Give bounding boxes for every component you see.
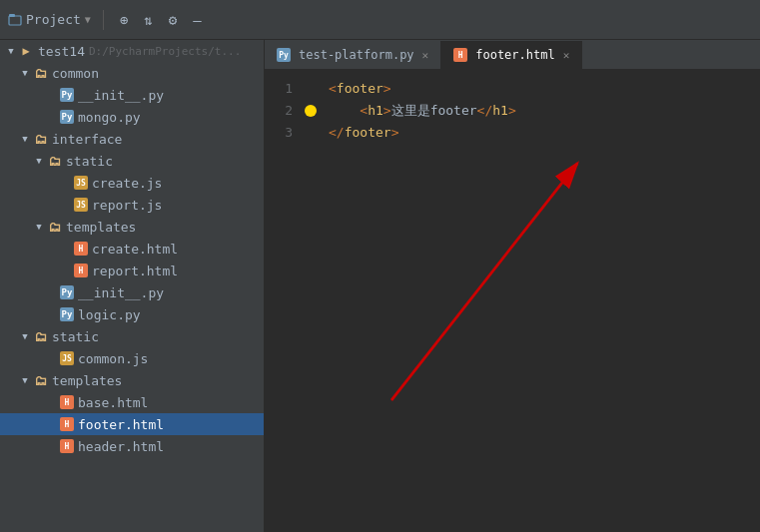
init-interface-py-icon: Py: [60, 285, 74, 299]
project-title: Project ▼: [8, 12, 91, 27]
static-root-label: static: [52, 329, 99, 344]
common-folder-icon: 🗂: [32, 65, 48, 81]
settings-button[interactable]: ⚙: [165, 10, 181, 30]
tag-text-2: 这里是footer: [391, 100, 477, 122]
tab-footer-html-close[interactable]: ✕: [563, 49, 570, 62]
create-js-label: create.js: [92, 176, 162, 191]
tab-test-platform[interactable]: Py test-platform.py ✕: [265, 41, 441, 69]
report-js-icon: JS: [74, 198, 88, 212]
breakpoint-dot[interactable]: [305, 105, 317, 117]
sidebar-item-report-html[interactable]: H report.html: [0, 260, 264, 281]
tag-close-bracket-3: >: [391, 122, 399, 144]
init-common-label: __init__.py: [78, 88, 164, 103]
tab-test-platform-icon: Py: [277, 48, 291, 62]
sidebar-item-interface[interactable]: 🗂 interface: [0, 128, 264, 150]
sidebar-item-common[interactable]: 🗂 common: [0, 62, 264, 84]
sidebar-item-logic[interactable]: Py logic.py: [0, 303, 264, 325]
sidebar-item-templates-root[interactable]: 🗂 templates: [0, 369, 264, 391]
templates-root-folder-icon: 🗂: [32, 372, 48, 388]
tab-test-platform-label: test-platform.py: [299, 48, 414, 62]
sidebar-item-init-interface[interactable]: Py __init__.py: [0, 281, 264, 303]
tab-bar: Py test-platform.py ✕ H footer.html ✕: [265, 40, 760, 70]
sidebar-item-footer-html[interactable]: H footer.html: [0, 413, 264, 435]
common-js-label: common.js: [78, 351, 148, 366]
root-label: test14: [38, 44, 85, 59]
header-html-icon: H: [60, 439, 74, 453]
tab-footer-html-label: footer.html: [475, 48, 554, 62]
logic-label: logic.py: [78, 307, 141, 322]
line-num-2: 2: [265, 100, 293, 122]
tag-open-bracket-2: <: [360, 100, 368, 122]
tag-mid-bracket-2: >: [383, 100, 391, 122]
project-label: Project: [26, 12, 81, 27]
sidebar: ▶ test14 D:/PycharmProjects/t... 🗂 commo…: [0, 40, 265, 532]
sidebar-item-common-js[interactable]: JS common.js: [0, 347, 264, 369]
sidebar-item-base-html[interactable]: H base.html: [0, 391, 264, 413]
tag-name-1: footer: [337, 78, 383, 100]
report-html-icon: H: [74, 264, 88, 277]
base-html-label: base.html: [78, 395, 148, 410]
common-js-icon: JS: [60, 351, 74, 365]
sidebar-item-report-js[interactable]: JS report.js: [0, 194, 264, 216]
svg-rect-1: [9, 14, 15, 17]
sidebar-item-static-interface[interactable]: 🗂 static: [0, 150, 264, 172]
sidebar-item-create-html[interactable]: H create.html: [0, 238, 264, 260]
static-root-folder-icon: 🗂: [32, 328, 48, 344]
templates-interface-arrow: [32, 220, 46, 234]
editor: Py test-platform.py ✕ H footer.html ✕ 1 …: [265, 40, 760, 532]
common-label: common: [52, 66, 99, 81]
static-root-arrow: [18, 329, 32, 343]
footer-html-icon: H: [60, 417, 74, 431]
sidebar-item-header-html[interactable]: H header.html: [0, 435, 264, 457]
sidebar-item-mongo[interactable]: Py mongo.py: [0, 106, 264, 128]
svg-line-3: [391, 164, 577, 401]
tag-open-bracket-1: <: [329, 78, 337, 100]
line-num-3: 3: [265, 122, 293, 144]
root-folder-icon: ▶: [18, 43, 34, 59]
tag-open-bracket-3: </: [329, 122, 345, 144]
tab-test-platform-close[interactable]: ✕: [422, 49, 429, 62]
code-line-3: </footer>: [329, 122, 760, 144]
footer-html-label: footer.html: [78, 417, 164, 432]
sort-button[interactable]: ⇅: [140, 10, 156, 30]
main-layout: ▶ test14 D:/PycharmProjects/t... 🗂 commo…: [0, 40, 760, 532]
report-js-label: report.js: [92, 198, 162, 213]
toolbar-separator: [103, 10, 104, 30]
templates-root-label: templates: [52, 373, 122, 388]
line-numbers: 1 2 3: [265, 78, 301, 524]
tab-footer-html-icon: H: [453, 48, 467, 62]
code-content: <footer> <h1>这里是footer</h1> </footer>: [321, 78, 760, 524]
add-content-button[interactable]: ⊕: [116, 10, 132, 30]
sidebar-item-static-root[interactable]: 🗂 static: [0, 325, 264, 347]
sidebar-item-init-common[interactable]: Py __init__.py: [0, 84, 264, 106]
create-js-icon: JS: [74, 176, 88, 190]
line-num-1: 1: [265, 78, 293, 100]
templates-root-arrow: [18, 373, 32, 387]
gutter-line-1: [301, 78, 321, 100]
svg-rect-0: [9, 16, 21, 25]
report-html-label: report.html: [92, 264, 178, 278]
mongo-py-icon: Py: [60, 110, 74, 124]
interface-label: interface: [52, 132, 122, 147]
tag-close-bracket-1: >: [383, 78, 391, 100]
static-interface-label: static: [66, 154, 113, 169]
tab-footer-html[interactable]: H footer.html ✕: [441, 41, 582, 69]
interface-folder-icon: 🗂: [32, 131, 48, 147]
collapse-button[interactable]: —: [189, 10, 205, 30]
create-html-icon: H: [74, 242, 88, 256]
project-icon: [8, 13, 22, 27]
gutter-line-3: [301, 122, 321, 144]
gutter-line-2: [301, 100, 321, 122]
init-interface-label: __init__.py: [78, 285, 164, 300]
logic-py-icon: Py: [60, 307, 74, 321]
init-common-py-icon: Py: [60, 88, 74, 102]
tag-close-bracket-2b: >: [508, 100, 516, 122]
sidebar-item-create-js[interactable]: JS create.js: [0, 172, 264, 194]
tree-root[interactable]: ▶ test14 D:/PycharmProjects/t...: [0, 40, 264, 62]
templates-interface-label: templates: [66, 220, 136, 235]
templates-interface-folder-icon: 🗂: [46, 219, 62, 235]
sidebar-item-templates-interface[interactable]: 🗂 templates: [0, 216, 264, 238]
tag-name-3: footer: [345, 122, 391, 144]
project-dropdown-icon[interactable]: ▼: [85, 14, 91, 25]
tag-close-bracket-2a: </: [477, 100, 493, 122]
